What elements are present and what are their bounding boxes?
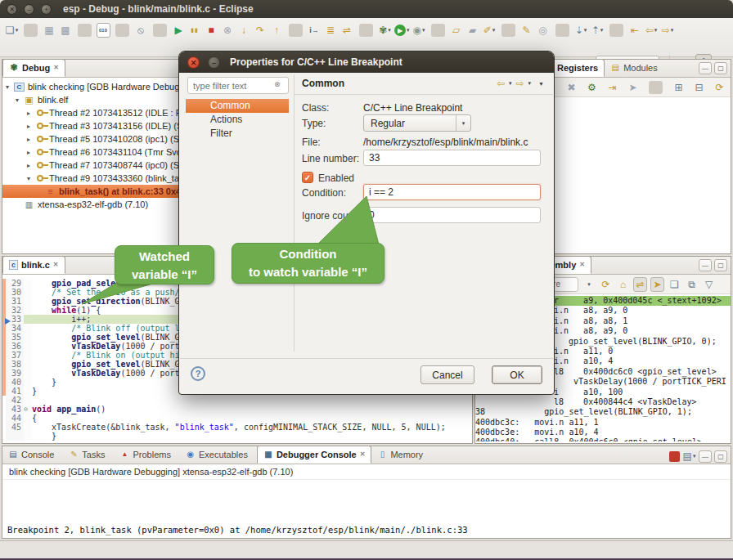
minimize-icon[interactable]: — bbox=[699, 62, 712, 74]
fold-icon[interactable] bbox=[24, 306, 32, 315]
console-tab[interactable]: Executables bbox=[180, 446, 257, 464]
fold-icon[interactable] bbox=[24, 342, 32, 351]
console-tab[interactable]: Problems bbox=[114, 446, 179, 464]
expander-icon[interactable]: ▾ bbox=[27, 175, 35, 182]
tree-row[interactable]: ▸ Thread #3 1073413156 (IDLE) (Susp bbox=[2, 119, 181, 132]
forward-icon[interactable]: ⇨ bbox=[515, 78, 524, 89]
console-tab[interactable]: Tasks bbox=[63, 446, 114, 464]
open-folder-icon[interactable]: ▱ bbox=[450, 23, 464, 38]
expander-icon[interactable]: ▸ bbox=[27, 149, 35, 156]
tab-blink-c[interactable]: blink.c ✕ bbox=[2, 256, 65, 274]
tree-row[interactable]: ▾ blink checking [GDB Hardware Debug bbox=[2, 80, 181, 93]
step-filters-icon[interactable]: ⇌ bbox=[340, 23, 354, 38]
pin-view-icon[interactable]: ⧉ bbox=[685, 277, 699, 292]
view-menu-icon[interactable]: ▽ bbox=[702, 277, 716, 292]
next-annotation-icon[interactable]: ⇡▾ bbox=[591, 23, 605, 38]
step-over-icon[interactable]: ↷ bbox=[254, 23, 268, 38]
binary-icon[interactable]: 010 bbox=[97, 23, 110, 38]
save-all-icon[interactable]: ▩ bbox=[59, 23, 73, 38]
fold-icon[interactable] bbox=[24, 324, 32, 333]
maximize-icon[interactable]: ▢ bbox=[714, 450, 727, 463]
tree-row[interactable]: ▸ Thread #6 1073431104 (Tmr Svc) (S bbox=[2, 146, 181, 159]
tab-debug[interactable]: Debug ✕ bbox=[2, 59, 65, 77]
instruction-stepping-icon[interactable]: i→ bbox=[308, 23, 322, 38]
run-icon[interactable]: ▶▾ bbox=[394, 23, 410, 38]
forward-icon[interactable]: ⇨▾ bbox=[661, 23, 675, 38]
back-icon[interactable]: ⇦ bbox=[497, 78, 505, 89]
chevron-down-icon[interactable]: ▾ bbox=[509, 80, 512, 87]
expander-icon[interactable]: ▸ bbox=[27, 110, 35, 117]
help-icon[interactable]: ? bbox=[191, 366, 205, 381]
condition-input[interactable] bbox=[363, 184, 541, 200]
open-resource-icon[interactable]: ▰ bbox=[466, 23, 480, 38]
expander-icon[interactable]: ▾ bbox=[16, 96, 24, 104]
collapse-icon[interactable]: ⊟ bbox=[692, 80, 706, 95]
tab-modules[interactable]: Modules bbox=[605, 59, 663, 77]
fold-icon[interactable] bbox=[24, 279, 32, 288]
select-pointer-icon[interactable]: ➤ bbox=[626, 80, 640, 95]
close-icon[interactable]: ✕ bbox=[53, 64, 59, 71]
restore-icon[interactable]: ⟳ bbox=[713, 80, 726, 95]
fold-icon[interactable] bbox=[24, 288, 32, 297]
annotate-icon[interactable]: ✐▾ bbox=[483, 23, 497, 38]
skip-breakpoints-icon[interactable]: ⦸ bbox=[134, 23, 148, 38]
minimize-icon[interactable]: — bbox=[699, 450, 712, 463]
close-icon[interactable]: ✕ bbox=[360, 450, 366, 458]
window-maximize-button[interactable]: + bbox=[41, 4, 52, 15]
save-icon[interactable]: ▦ bbox=[43, 23, 56, 38]
disconnect-icon[interactable]: ⊗ bbox=[221, 23, 235, 38]
dialog-nav-item[interactable]: Filter bbox=[186, 127, 289, 141]
toolbar-separator[interactable] bbox=[78, 24, 92, 37]
cancel-button[interactable]: Cancel bbox=[420, 365, 474, 384]
step-return-icon[interactable]: ↑ bbox=[270, 23, 284, 38]
tree-row[interactable]: ▸ Thread #2 1073413512 (IDLE : Runn bbox=[2, 106, 181, 119]
close-icon[interactable]: ✕ bbox=[53, 261, 59, 268]
new-wizard-icon[interactable]: ❏▾ bbox=[5, 23, 19, 38]
show-debug-view-icon[interactable]: ≣ bbox=[324, 23, 338, 38]
toolbar-separator[interactable] bbox=[359, 24, 373, 37]
fold-icon[interactable] bbox=[24, 423, 32, 432]
toolbar-separator[interactable] bbox=[24, 24, 38, 37]
type-dropdown[interactable]: Regular ▾ bbox=[363, 114, 471, 132]
dialog-minimize-button[interactable]: – bbox=[208, 56, 220, 69]
step-into-icon[interactable]: ↓ bbox=[237, 23, 251, 38]
refresh-icon[interactable]: ⟳ bbox=[599, 277, 613, 292]
display-console-icon[interactable]: ▤▾ bbox=[682, 449, 696, 464]
console-tab[interactable]: Memory bbox=[371, 446, 432, 464]
chevron-down-icon[interactable]: ▾ bbox=[582, 277, 596, 292]
toolbar-separator[interactable] bbox=[289, 24, 303, 37]
toolbar-separator[interactable] bbox=[501, 24, 515, 37]
mark-occurrences-icon[interactable]: ✎ bbox=[520, 23, 534, 38]
fold-icon[interactable] bbox=[24, 432, 32, 441]
fold-icon[interactable] bbox=[24, 396, 32, 405]
external-tools-icon[interactable]: ◉▾ bbox=[412, 23, 426, 38]
toolbar-separator[interactable] bbox=[115, 24, 129, 37]
toolbar-separator[interactable] bbox=[153, 24, 167, 37]
tree-row[interactable]: ▸ Thread #7 1073408744 (ipc0) (Susp bbox=[2, 159, 181, 172]
expand-icon[interactable]: ⊞ bbox=[672, 80, 686, 95]
debug-icon[interactable]: ✾▾ bbox=[378, 23, 392, 38]
home-icon[interactable]: ⌂ bbox=[616, 277, 630, 292]
maximize-icon[interactable]: ▢ bbox=[714, 62, 727, 74]
suspend-icon[interactable]: ▮▮ bbox=[188, 23, 202, 38]
line-number-input[interactable] bbox=[363, 150, 541, 166]
toolbar-separator[interactable] bbox=[649, 81, 663, 94]
tree-row[interactable]: xtensa-esp32-elf-gdb (7.10) bbox=[2, 198, 181, 211]
close-icon[interactable]: ✕ bbox=[579, 261, 585, 268]
import-registers-icon[interactable]: ⇥ bbox=[605, 80, 619, 95]
enabled-checkbox[interactable]: ✓ bbox=[302, 172, 313, 183]
fold-icon[interactable] bbox=[24, 333, 32, 342]
fold-icon[interactable] bbox=[24, 378, 32, 387]
expander-icon[interactable]: ▾ bbox=[6, 83, 14, 91]
tree-row[interactable]: ▾ blink.elf bbox=[2, 93, 181, 106]
ignore-count-input[interactable] bbox=[363, 207, 541, 223]
chevron-down-icon[interactable]: ▾ bbox=[528, 80, 532, 87]
ok-button[interactable]: OK bbox=[492, 365, 542, 384]
sync-selection-icon[interactable]: ⇌ bbox=[633, 277, 647, 292]
toggle-mark-icon[interactable]: ◎ bbox=[537, 23, 551, 38]
fold-icon[interactable] bbox=[24, 351, 32, 360]
expander-icon[interactable]: ▸ bbox=[27, 162, 35, 169]
fold-icon[interactable] bbox=[24, 414, 32, 423]
fold-icon[interactable]: ⊖ bbox=[24, 405, 32, 414]
fold-icon[interactable] bbox=[24, 360, 32, 369]
